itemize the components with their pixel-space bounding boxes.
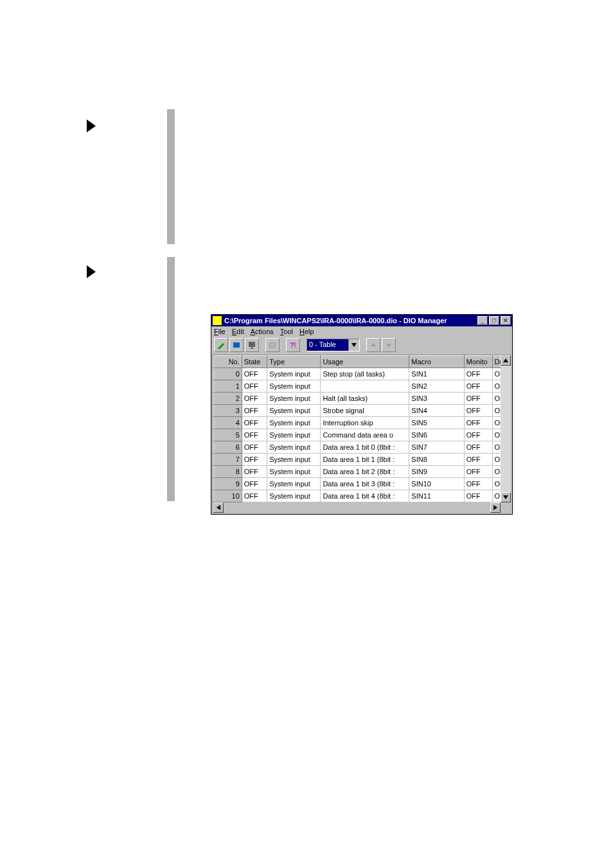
svg-marker-10 xyxy=(217,505,220,510)
window-title: C:\Program Files\WINCAPS2\IRA-0000\IRA-0… xyxy=(224,317,476,324)
cell-type: System input xyxy=(267,466,321,478)
menu-actions[interactable]: Actions xyxy=(251,328,274,335)
tool-monitor-icon[interactable] xyxy=(245,338,259,352)
data-grid-container: No. State Type Usage Macro Monito Du 0OF… xyxy=(213,355,511,513)
cell-type: System input xyxy=(267,393,321,405)
menu-file[interactable]: File xyxy=(214,328,226,335)
vertical-scrollbar[interactable] xyxy=(501,355,511,502)
cell-type: System input xyxy=(267,380,321,393)
toolbar: ?! 0 - Table xyxy=(211,337,512,353)
menu-tool[interactable]: Tool xyxy=(280,328,293,335)
cell-state: OFF xyxy=(242,380,267,393)
menu-bar: File Edit Actions Tool Help xyxy=(211,326,512,337)
maximize-button[interactable]: □ xyxy=(489,316,499,325)
scroll-right-button[interactable] xyxy=(490,502,501,513)
svg-marker-9 xyxy=(503,495,508,499)
scroll-track[interactable] xyxy=(501,366,511,492)
scroll-left-button[interactable] xyxy=(213,502,224,513)
cell-macro: SIN10 xyxy=(409,478,464,490)
cell-usage: Data area 1 bit 0 (8bit : xyxy=(321,441,409,454)
cell-macro: SIN6 xyxy=(409,429,464,441)
scrollbar-corner xyxy=(501,502,511,513)
cell-monito: OFF xyxy=(464,478,492,490)
menu-edit[interactable]: Edit xyxy=(232,328,244,335)
cell-no: 0 xyxy=(214,368,242,380)
cell-macro: SIN8 xyxy=(409,454,464,466)
cell-usage: Data area 1 bit 1 (8bit : xyxy=(321,454,409,466)
cell-monito: OFF xyxy=(464,405,492,417)
vertical-bar xyxy=(167,257,175,501)
cell-no: 6 xyxy=(214,441,242,454)
col-header-macro[interactable]: Macro xyxy=(409,356,464,368)
cell-monito: OFF xyxy=(464,417,492,429)
table-row[interactable]: 6OFFSystem inputData area 1 bit 0 (8bit … xyxy=(214,441,511,454)
tool-layers-icon[interactable] xyxy=(265,338,280,352)
table-row[interactable]: 9OFFSystem inputData area 1 bit 3 (8bit … xyxy=(214,478,511,490)
cell-usage xyxy=(321,380,409,393)
table-select-combo[interactable]: 0 - Table xyxy=(306,339,360,351)
col-header-usage[interactable]: Usage xyxy=(321,356,409,368)
cell-type: System input xyxy=(267,490,321,502)
scroll-down-button[interactable] xyxy=(501,492,511,502)
cell-type: System input xyxy=(267,405,321,417)
cell-monito: OFF xyxy=(464,466,492,478)
bullet-marker xyxy=(87,120,96,132)
table-row[interactable]: 2OFFSystem inputHalt (all tasks)SIN3OFFO… xyxy=(214,393,511,405)
data-grid[interactable]: No. State Type Usage Macro Monito Du 0OF… xyxy=(213,355,511,502)
cell-usage: Strobe signal xyxy=(321,405,409,417)
cell-no: 8 xyxy=(214,466,242,478)
menu-help[interactable]: Help xyxy=(299,328,314,335)
cell-usage: Interruption skip xyxy=(321,417,409,429)
cell-usage: Halt (all tasks) xyxy=(321,393,409,405)
combo-dropdown-button[interactable] xyxy=(348,339,359,351)
svg-marker-6 xyxy=(371,342,376,346)
cell-state: OFF xyxy=(242,454,267,466)
cell-no: 4 xyxy=(214,417,242,429)
cell-state: OFF xyxy=(242,466,267,478)
svg-marker-5 xyxy=(351,343,357,347)
tool-brush-icon[interactable] xyxy=(214,338,228,352)
tool-blue-box-icon[interactable] xyxy=(229,338,244,352)
table-row[interactable]: 10OFFSystem inputData area 1 bit 4 (8bit… xyxy=(214,490,511,502)
cell-type: System input xyxy=(267,441,321,454)
col-header-type[interactable]: Type xyxy=(267,356,321,368)
col-header-state[interactable]: State xyxy=(242,356,267,368)
tool-question-icon[interactable]: ?! xyxy=(286,338,300,352)
svg-rect-4 xyxy=(271,342,276,346)
table-row[interactable]: 7OFFSystem inputData area 1 bit 1 (8bit … xyxy=(214,454,511,466)
cell-no: 1 xyxy=(214,380,242,393)
table-row[interactable]: 5OFFSystem inputCommand data area oSIN6O… xyxy=(214,429,511,441)
table-row[interactable]: 1OFFSystem inputSIN2OFFON xyxy=(214,380,511,393)
app-icon xyxy=(213,316,222,325)
title-bar[interactable]: C:\Program Files\WINCAPS2\IRA-0000\IRA-0… xyxy=(211,315,512,326)
close-button[interactable]: ✕ xyxy=(501,316,511,325)
table-row[interactable]: 3OFFSystem inputStrobe signalSIN4OFFON xyxy=(214,405,511,417)
svg-rect-3 xyxy=(269,344,274,348)
table-row[interactable]: 4OFFSystem inputInterruption skipSIN5OFF… xyxy=(214,417,511,429)
bullet-marker xyxy=(87,265,96,278)
cell-state: OFF xyxy=(242,417,267,429)
col-header-monito[interactable]: Monito xyxy=(464,356,492,368)
tool-down-arrow-icon[interactable] xyxy=(382,338,396,352)
svg-rect-2 xyxy=(251,348,253,349)
scroll-up-button[interactable] xyxy=(501,355,511,366)
tool-up-arrow-icon[interactable] xyxy=(366,338,380,352)
header-row: No. State Type Usage Macro Monito Du xyxy=(214,356,511,368)
cell-macro: SIN9 xyxy=(409,466,464,478)
cell-state: OFF xyxy=(242,490,267,502)
cell-state: OFF xyxy=(242,441,267,454)
minimize-button[interactable]: _ xyxy=(477,316,488,325)
table-row[interactable]: 0OFFSystem inputStep stop (all tasks)SIN… xyxy=(214,368,511,380)
dio-manager-window: C:\Program Files\WINCAPS2\IRA-0000\IRA-0… xyxy=(211,314,513,515)
cell-usage: Data area 1 bit 2 (8bit : xyxy=(321,466,409,478)
svg-marker-11 xyxy=(493,505,497,510)
cell-no: 2 xyxy=(214,393,242,405)
cell-state: OFF xyxy=(242,429,267,441)
horizontal-scrollbar[interactable] xyxy=(213,502,511,513)
cell-state: OFF xyxy=(242,478,267,490)
table-row[interactable]: 8OFFSystem inputData area 1 bit 2 (8bit … xyxy=(214,466,511,478)
col-header-no[interactable]: No. xyxy=(214,356,242,368)
cell-type: System input xyxy=(267,417,321,429)
cell-macro: SIN1 xyxy=(409,368,464,380)
cell-macro: SIN4 xyxy=(409,405,464,417)
